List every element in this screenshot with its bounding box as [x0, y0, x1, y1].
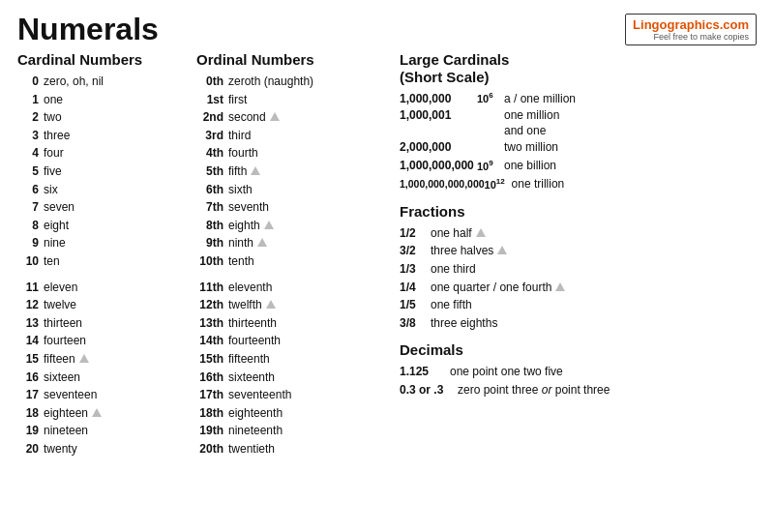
page-title: Numerals [17, 14, 159, 44]
list-item: 6six [17, 181, 187, 199]
list-item: 16sixteen [17, 369, 187, 387]
triangle-icon [251, 166, 260, 175]
list-item: 7thseventh [196, 198, 380, 217]
list-item: 2two [17, 108, 187, 127]
list-item: 8theighth [196, 217, 380, 235]
list-item: 10ten [17, 252, 187, 271]
right-column: Large Cardinals(Short Scale) 1,000,000 1… [380, 51, 757, 458]
list-item: 1stfirst [196, 91, 380, 109]
list-item: 1/3 one third [400, 260, 757, 279]
large-cardinals-title: Large Cardinals(Short Scale) [400, 51, 757, 86]
list-item: 7seven [17, 198, 187, 217]
fractions-title: Fractions [400, 203, 757, 221]
large-cardinals-subtitle: (Short Scale) [400, 69, 490, 85]
list-item: 12twelve [17, 296, 187, 314]
triangle-icon [497, 246, 507, 254]
list-item: 3three [17, 127, 187, 145]
list-item: 1/4 one quarter / one fourth [400, 279, 757, 297]
list-item: 1one [17, 91, 187, 109]
logo-name: Lingographics [633, 17, 720, 32]
list-item: 1/2 one half [400, 224, 757, 243]
list-item: 11theleventh [196, 279, 380, 297]
logo-brand: Lingographics.com [633, 17, 749, 32]
list-item: 4four [17, 144, 187, 163]
list-item: 0zero, oh, nil [17, 73, 187, 91]
list-item: 2,000,000 two million [400, 139, 757, 156]
triangle-icon [79, 354, 89, 363]
list-item: 18theighteenth [196, 404, 380, 423]
list-item: 19thnineteenth [196, 422, 380, 440]
triangle-icon [266, 300, 276, 309]
cardinal-title: Cardinal Numbers [17, 51, 187, 68]
list-item: 13ththirteenth [196, 314, 380, 333]
list-item: 1,000,000,000 109 one billion [400, 158, 757, 175]
list-item: 19nineteen [17, 422, 187, 440]
list-item: 10thtenth [196, 252, 380, 271]
triangle-icon [555, 282, 565, 291]
list-item: 18eighteen [17, 404, 187, 423]
logo-tld: .com [720, 17, 749, 32]
list-item: 0thzeroth (naughth) [196, 73, 380, 91]
list-item: 16thsixteenth [196, 369, 380, 387]
large-cardinals-section: Large Cardinals(Short Scale) 1,000,000 1… [400, 51, 757, 193]
ordinal-title: Ordinal Numbers [196, 51, 380, 68]
list-item: 4thfourth [196, 144, 380, 163]
list-item: 20twenty [17, 440, 187, 458]
triangle-icon [270, 112, 280, 121]
list-item: 9nine [17, 234, 187, 252]
list-item: 1,000,000,000,000 1012 one trillion [400, 176, 757, 193]
list-item: 15thfifteenth [196, 350, 380, 369]
triangle-icon [92, 408, 102, 417]
ordinal-column: Ordinal Numbers 0thzeroth (naughth) 1stf… [187, 51, 380, 458]
list-item: 17seventeen [17, 386, 187, 404]
list-item: 11eleven [17, 279, 187, 297]
list-item: 5thfifth [196, 163, 380, 181]
triangle-icon [257, 238, 267, 247]
list-item: 5five [17, 163, 187, 181]
list-item: 15fifteen [17, 350, 187, 369]
list-item: 6thsixth [196, 181, 380, 199]
list-item: 13thirteen [17, 314, 187, 333]
list-item: 8eight [17, 217, 187, 235]
triangle-icon [476, 228, 486, 237]
list-item: 1.125 one point one two five [400, 363, 757, 381]
list-item: 2ndsecond [196, 108, 380, 127]
list-item: 12thtwelfth [196, 296, 380, 314]
list-item: 1,000,001 one millionand one [400, 108, 757, 138]
page: Numerals Lingographics.com Feel free to … [0, 0, 774, 532]
fractions-section: Fractions 1/2 one half 3/2 three halves … [400, 203, 757, 333]
list-item: 3/8 three eighths [400, 314, 757, 333]
decimals-section: Decimals 1.125 one point one two five 0.… [400, 341, 757, 399]
header: Numerals Lingographics.com Feel free to … [17, 14, 757, 45]
logo-box: Lingographics.com Feel free to make copi… [625, 14, 757, 45]
list-item: 0.3 or .3 zero point three or point thre… [400, 381, 757, 399]
list-item: 3/2 three halves [400, 242, 757, 260]
columns: Cardinal Numbers 0zero, oh, nil 1one 2tw… [17, 51, 757, 458]
logo-tagline: Feel free to make copies [633, 32, 749, 42]
list-item: 9thninth [196, 234, 380, 252]
list-item: 14thfourteenth [196, 332, 380, 350]
triangle-icon [264, 221, 274, 229]
list-item: 3rdthird [196, 127, 380, 145]
list-item: 1/5 one fifth [400, 296, 757, 314]
list-item: 14fourteen [17, 332, 187, 350]
decimals-title: Decimals [400, 341, 757, 359]
list-item: 17thseventeenth [196, 386, 380, 404]
cardinal-column: Cardinal Numbers 0zero, oh, nil 1one 2tw… [17, 51, 187, 458]
list-item: 20thtwentieth [196, 440, 380, 458]
list-item: 1,000,000 106 a / one million [400, 90, 757, 107]
